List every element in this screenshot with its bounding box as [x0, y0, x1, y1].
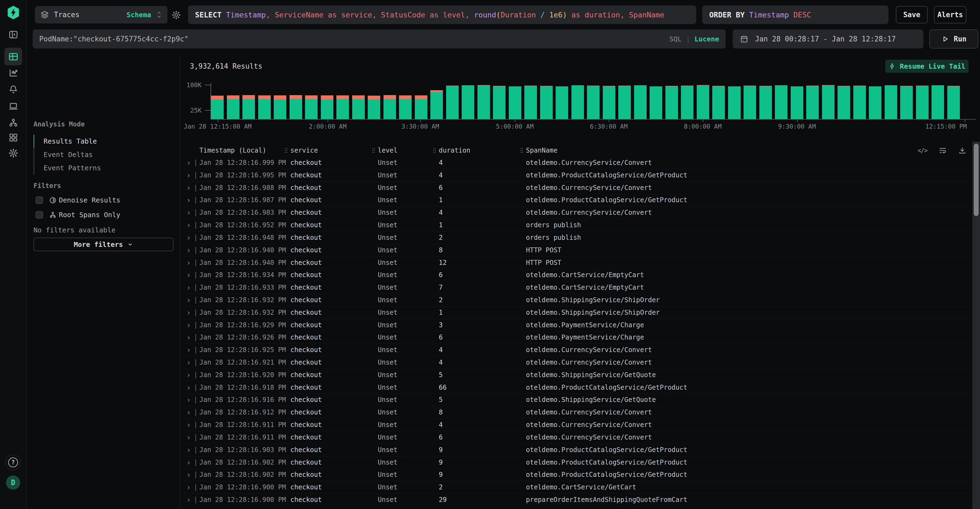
expand-row-chevron[interactable]: ›	[186, 456, 191, 469]
histogram-bar[interactable]	[211, 96, 224, 119]
help-button[interactable]: ?	[5, 455, 21, 470]
table-row[interactable]: › Jan 28 12:28:16.940 PM checkout Unset …	[180, 257, 972, 269]
histogram-bar[interactable]	[822, 85, 835, 119]
save-button[interactable]: Save	[896, 6, 928, 24]
histogram-bar[interactable]	[493, 86, 506, 119]
time-range-picker[interactable]: Jan 28 00:28:17 - Jan 28 12:28:17	[733, 29, 923, 48]
table-row[interactable]: › Jan 28 12:28:16.933 PM checkout Unset …	[180, 281, 972, 294]
download-icon[interactable]	[958, 146, 966, 155]
expand-row-chevron[interactable]: ›	[186, 494, 191, 506]
expand-row-chevron[interactable]: ›	[186, 419, 191, 431]
table-row[interactable]: › Jan 28 12:28:16.911 PM checkout Unset …	[180, 431, 972, 444]
nav-search[interactable]	[4, 48, 22, 65]
histogram-bar[interactable]	[712, 86, 725, 119]
analysis-mode-event-patterns[interactable]: Event Patterns	[33, 161, 175, 175]
histogram-bar[interactable]	[462, 85, 474, 119]
expand-row-chevron[interactable]: ›	[186, 269, 191, 281]
histogram-bar[interactable]	[697, 85, 709, 119]
table-row[interactable]: › Jan 28 12:28:16.911 PM checkout Unset …	[180, 419, 972, 431]
histogram-bar[interactable]	[509, 86, 521, 119]
more-filters-button[interactable]: More filters	[33, 238, 173, 251]
histogram-bar[interactable]	[916, 86, 929, 119]
histogram-bar[interactable]	[775, 85, 788, 119]
table-row[interactable]: › Jan 28 12:28:16.918 PM checkout Unset …	[180, 381, 972, 394]
table-row[interactable]: › Jan 28 12:28:16.900 PM checkout Unset …	[180, 494, 972, 506]
histogram-bar[interactable]	[415, 96, 427, 119]
table-row[interactable]: › Jan 28 12:28:16.940 PM checkout Unset …	[180, 244, 972, 257]
vertical-scrollbar-thumb[interactable]	[974, 144, 978, 216]
view-source-button[interactable]: </>	[917, 147, 927, 154]
histogram-bar[interactable]	[321, 96, 333, 119]
column-header-timestamp[interactable]: Timestamp (Local)	[199, 145, 266, 155]
run-query-button[interactable]: Run	[929, 29, 978, 48]
table-row[interactable]: › Jan 28 12:28:16.929 PM checkout Unset …	[180, 319, 972, 332]
expand-row-chevron[interactable]: ›	[186, 469, 191, 481]
histogram-bar[interactable]	[290, 95, 302, 119]
expand-row-chevron[interactable]: ›	[186, 444, 191, 456]
table-row[interactable]: › Jan 28 12:28:16.948 PM checkout Unset …	[180, 231, 972, 244]
table-row[interactable]: › Jan 28 12:28:16.902 PM checkout Unset …	[180, 469, 972, 481]
table-row[interactable]: › Jan 28 12:28:16.921 PM checkout Unset …	[180, 356, 972, 369]
table-row[interactable]: › Jan 28 12:28:16.920 PM checkout Unset …	[180, 369, 972, 381]
expand-row-chevron[interactable]: ›	[186, 294, 191, 306]
table-row[interactable]: › Jan 28 12:28:16.952 PM checkout Unset …	[180, 219, 972, 231]
column-header-duration[interactable]: duration	[439, 145, 470, 155]
table-row[interactable]: › Jan 28 12:28:16.987 PM checkout Unset …	[180, 194, 972, 207]
text-wrap-icon[interactable]	[939, 146, 947, 155]
table-row[interactable]: › Jan 28 12:28:16.912 PM checkout Unset …	[180, 406, 972, 419]
select-clause-editor[interactable]: SELECT Timestamp, ServiceName as service…	[188, 5, 696, 24]
histogram-bar[interactable]	[383, 95, 396, 119]
expand-row-chevron[interactable]: ›	[186, 194, 191, 207]
table-row[interactable]: › Jan 28 12:28:16.988 PM checkout Unset …	[180, 182, 972, 194]
expand-row-chevron[interactable]: ›	[186, 306, 191, 319]
table-row[interactable]: › Jan 28 12:28:16.983 PM checkout Unset …	[180, 207, 972, 219]
expand-row-chevron[interactable]: ›	[186, 406, 191, 419]
expand-row-chevron[interactable]: ›	[186, 231, 191, 244]
source-settings-button[interactable]	[172, 10, 181, 21]
histogram-bar[interactable]	[274, 96, 286, 119]
denoise-results-checkbox[interactable]	[36, 196, 43, 204]
drag-handle-icon[interactable]	[520, 148, 523, 153]
drag-handle-icon[interactable]	[433, 148, 436, 153]
analysis-mode-event-deltas[interactable]: Event Deltas	[33, 148, 175, 161]
histogram-bar[interactable]	[650, 86, 662, 119]
histogram-bar[interactable]	[947, 86, 960, 119]
alerts-button[interactable]: Alerts	[934, 6, 966, 24]
expand-row-chevron[interactable]: ›	[186, 331, 191, 344]
expand-row-chevron[interactable]: ›	[186, 219, 191, 231]
user-avatar[interactable]: D	[6, 475, 20, 490]
histogram-bar[interactable]	[587, 86, 600, 119]
expand-row-chevron[interactable]: ›	[186, 506, 191, 509]
root-spans-toggle[interactable]: Root Spans Only	[36, 211, 120, 219]
expand-row-chevron[interactable]: ›	[186, 281, 191, 294]
root-spans-checkbox[interactable]	[36, 211, 43, 219]
expand-row-chevron[interactable]: ›	[186, 257, 191, 269]
histogram-bar[interactable]	[932, 85, 944, 119]
histogram-bar[interactable]	[571, 85, 584, 119]
app-logo[interactable]	[0, 5, 26, 20]
nav-settings[interactable]	[0, 147, 26, 160]
expand-row-chevron[interactable]: ›	[186, 182, 191, 194]
nav-services[interactable]	[0, 116, 26, 129]
table-row[interactable]: › Jan 28 12:28:16.932 PM checkout Unset …	[180, 306, 972, 319]
table-row[interactable]: › Jan 28 12:28:16.932 PM checkout Unset …	[180, 294, 972, 306]
table-row[interactable]: › Jan 28 12:28:16.916 PM checkout Unset …	[180, 394, 972, 406]
histogram-bar[interactable]	[556, 86, 568, 119]
table-row[interactable]: › Jan 28 12:28:16.926 PM checkout Unset …	[180, 331, 972, 344]
sql-mode-option[interactable]: SQL	[669, 35, 681, 43]
histogram-bar[interactable]	[791, 86, 803, 119]
histogram-bar[interactable]	[352, 96, 365, 119]
expand-row-chevron[interactable]: ›	[186, 169, 191, 182]
histogram-bar[interactable]	[430, 90, 443, 119]
expand-row-chevron[interactable]: ›	[186, 431, 191, 444]
collapse-sidebar-button[interactable]	[0, 28, 26, 41]
histogram-bar[interactable]	[806, 86, 819, 119]
histogram-bar[interactable]	[869, 86, 881, 119]
histogram-bar[interactable]	[258, 96, 271, 119]
column-header-service[interactable]: service	[290, 145, 318, 155]
search-bar[interactable]: SQL | Lucene	[33, 29, 725, 48]
table-row[interactable]: › Jan 28 12:28:16.900 PM checkout Unset …	[180, 481, 972, 494]
source-selector[interactable]: Traces Schema	[35, 6, 167, 24]
table-row[interactable]: › Jan 28 12:28:16.902 PM checkout Unset …	[180, 456, 972, 469]
analysis-mode-results-table[interactable]: Results Table	[33, 135, 175, 148]
